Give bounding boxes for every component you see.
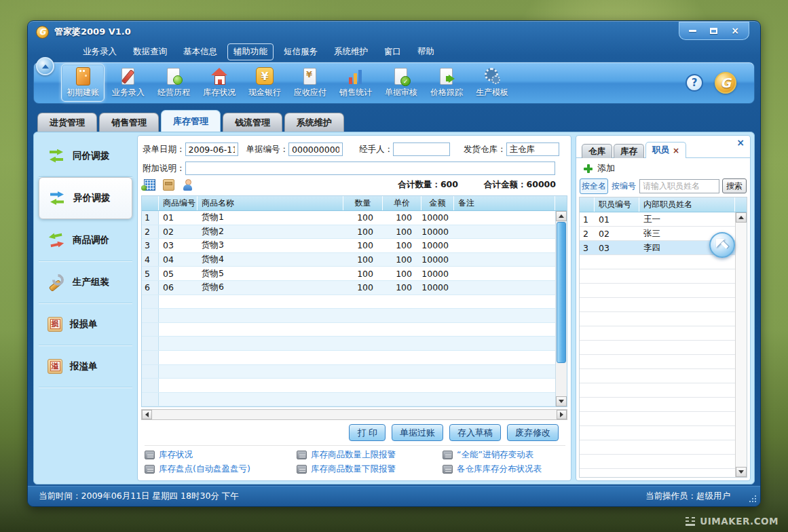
toolbar-button[interactable]: 应收应付 — [288, 64, 332, 102]
menu-item[interactable]: 窗口 — [378, 43, 407, 60]
panel-scrollbar[interactable] — [735, 212, 747, 477]
sidebar-item[interactable]: 商品调价 — [39, 219, 132, 261]
scroll-thumb[interactable] — [557, 222, 566, 363]
resize-grip[interactable] — [749, 495, 756, 502]
filter-by-name-toggle[interactable]: 按全名 — [580, 178, 608, 194]
sidebar-item[interactable]: 异价调拨 — [39, 177, 132, 219]
tab-item[interactable]: 进货管理 — [37, 113, 97, 132]
table-row[interactable] — [142, 337, 555, 351]
action-button[interactable]: 存入草稿 — [449, 424, 501, 441]
field-input[interactable] — [185, 142, 238, 156]
table-row[interactable] — [142, 393, 555, 406]
stock-lookup-icon[interactable] — [163, 179, 174, 191]
staff-row[interactable] — [580, 398, 735, 412]
staff-row[interactable] — [580, 383, 735, 398]
report-link[interactable]: 库存商品数量上限报警 — [297, 449, 443, 461]
minimize-button[interactable] — [689, 30, 696, 32]
staff-row[interactable] — [580, 284, 735, 298]
staff-row[interactable] — [580, 326, 735, 341]
sidebar-item[interactable]: 溢报溢单 — [39, 345, 132, 387]
scroll-up-button[interactable] — [556, 211, 567, 221]
action-button[interactable]: 打 印 — [349, 424, 386, 441]
toolbar-button[interactable]: 初期建账 — [61, 64, 105, 102]
report-link[interactable]: 库存商品数量下限报警 — [297, 463, 443, 475]
staff-row[interactable] — [580, 455, 735, 469]
tab-item[interactable]: 销售管理 — [99, 113, 159, 132]
table-row[interactable] — [142, 351, 555, 365]
toolbar-collapse-button[interactable] — [36, 57, 54, 75]
table-row[interactable]: 505货物510010010000 — [142, 267, 555, 281]
report-link[interactable]: 库存状况 — [145, 449, 297, 461]
staff-lookup-icon[interactable] — [182, 179, 193, 191]
scroll-right-button[interactable] — [557, 410, 567, 419]
staff-row[interactable] — [580, 355, 735, 369]
toolbar-button[interactable]: 价格跟踪 — [425, 64, 468, 102]
staff-search-input[interactable] — [639, 179, 719, 193]
panel-scroll-up-button[interactable] — [736, 212, 747, 223]
table-row[interactable]: 606货物610010010000 — [142, 281, 555, 295]
tab-active[interactable]: 库存管理 — [161, 110, 221, 132]
toolbar-button[interactable]: 生产模板 — [470, 64, 514, 102]
toolbar-button[interactable]: 经营历程 — [152, 64, 195, 102]
add-staff-button[interactable]: 添加 — [584, 162, 615, 174]
staff-row[interactable] — [580, 298, 735, 312]
sidebar-item[interactable]: 生产组装 — [39, 261, 132, 303]
search-button[interactable]: 搜索 — [722, 178, 747, 193]
staff-row[interactable] — [580, 312, 735, 326]
tab-item[interactable]: 系统维护 — [284, 113, 344, 132]
menu-item[interactable]: 系统维护 — [328, 43, 374, 60]
staff-row[interactable] — [580, 369, 735, 383]
toolbar-button[interactable]: 库存状况 — [198, 64, 241, 102]
table-row[interactable] — [142, 379, 555, 393]
menu-item[interactable]: 业务录入 — [77, 43, 123, 60]
scroll-down-button[interactable] — [556, 396, 567, 406]
table-row[interactable] — [142, 323, 555, 337]
toolbar-button[interactable]: 销售统计 — [334, 64, 377, 102]
panel-close-icon[interactable]: × — [736, 138, 745, 147]
action-button[interactable]: 单据过账 — [392, 424, 443, 441]
toolbar-button[interactable]: 业务录入 — [107, 64, 150, 102]
table-row[interactable] — [142, 295, 555, 309]
staff-row[interactable] — [580, 426, 735, 440]
toolbar-button[interactable]: 现金银行 — [243, 64, 286, 102]
staff-row[interactable] — [580, 469, 735, 477]
sidebar-item[interactable]: 同价调拨 — [39, 135, 132, 177]
filter-by-code-toggle[interactable]: 按编号 — [611, 179, 637, 193]
field-input[interactable] — [506, 142, 559, 156]
menu-item[interactable]: 数据查询 — [127, 43, 173, 60]
action-button[interactable]: 废弃修改 — [507, 424, 559, 441]
menu-item[interactable]: 短信服务 — [278, 43, 324, 60]
warehouse-lookup-icon[interactable] — [144, 179, 155, 191]
report-link[interactable]: 各仓库库存分布状况表 — [443, 463, 565, 475]
help-icon[interactable] — [686, 74, 703, 92]
field-input[interactable] — [288, 142, 343, 156]
table-row[interactable]: 303货物310010010000 — [142, 239, 555, 253]
horizontal-scrollbar[interactable] — [141, 409, 567, 420]
report-link[interactable]: 库存盘点(自动盘盈盘亏) — [145, 463, 297, 475]
table-row[interactable]: 202货物210010010000 — [142, 225, 555, 240]
staff-row[interactable] — [580, 341, 735, 355]
staff-row[interactable] — [580, 412, 735, 426]
horizontal-scroll-track[interactable] — [152, 410, 557, 419]
panel-tab[interactable]: 仓库 — [582, 144, 612, 158]
staff-row[interactable]: 101王一 — [580, 212, 735, 227]
toolbar-button[interactable]: 单据审核 — [379, 64, 423, 102]
close-button[interactable]: × — [731, 26, 739, 35]
sidebar-item[interactable]: 损报损单 — [39, 303, 132, 345]
vertical-scrollbar[interactable] — [555, 211, 567, 406]
panel-tab[interactable]: 库存 — [614, 144, 644, 158]
table-row[interactable] — [142, 309, 555, 323]
staff-row[interactable] — [580, 440, 735, 455]
staff-row[interactable] — [580, 255, 735, 269]
report-link[interactable]: “全能”进销存变动表 — [443, 449, 565, 461]
tab-item[interactable]: 钱流管理 — [223, 113, 282, 132]
panel-scroll-down-button[interactable] — [736, 467, 747, 477]
menu-item[interactable]: 基本信息 — [177, 43, 223, 60]
table-row[interactable]: 404货物410010010000 — [142, 253, 555, 267]
field-input[interactable] — [393, 142, 450, 156]
note-input[interactable] — [185, 162, 556, 175]
panel-tab[interactable]: 职员 — [645, 142, 686, 158]
menu-item[interactable]: 辅助功能 — [227, 43, 274, 60]
table-row[interactable] — [142, 365, 555, 379]
maximize-button[interactable] — [710, 28, 717, 34]
